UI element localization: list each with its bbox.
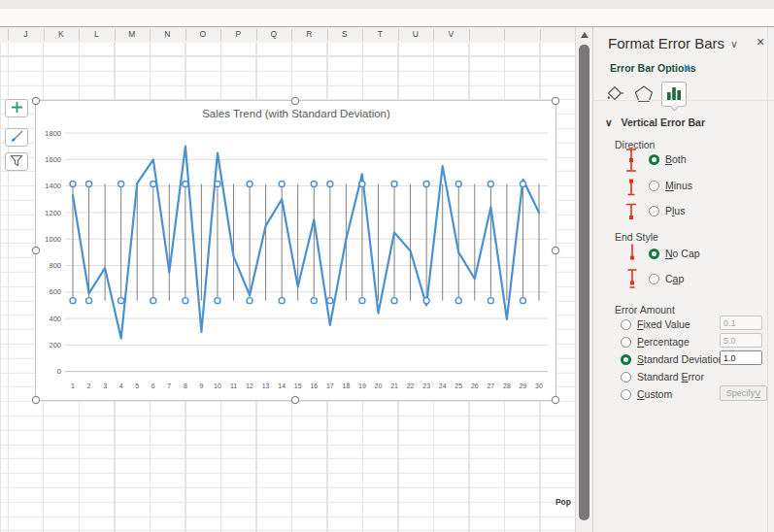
radio-option-percentage[interactable]: Percentage <box>621 336 690 348</box>
x-axis-tick-label: 5 <box>135 382 139 389</box>
column-header-P[interactable]: P <box>220 29 256 39</box>
grid-vertical-scrollbar[interactable] <box>575 27 592 532</box>
radio-selected[interactable] <box>621 354 631 365</box>
column-separator <box>469 29 470 41</box>
x-axis-tick-label: 11 <box>230 382 237 389</box>
error-bar-selection-handle[interactable] <box>488 182 493 187</box>
column-header-T[interactable]: T <box>362 29 398 39</box>
error-bar-selection-handle[interactable] <box>215 182 220 187</box>
pane-close-icon[interactable]: × <box>757 34 764 50</box>
error-bar-selection-handle[interactable] <box>118 182 124 187</box>
error-bar-selection-handle[interactable] <box>86 298 92 304</box>
error-bar-selection-handle[interactable] <box>327 182 333 187</box>
no-cap-icon <box>626 243 638 262</box>
disabled-value-input <box>720 316 762 330</box>
radio-option-standard-error[interactable]: Standard Error <box>621 371 704 382</box>
column-header-S[interactable]: S <box>327 29 363 39</box>
error-bar-selection-handle[interactable] <box>391 182 397 187</box>
radio-selected[interactable] <box>649 154 659 165</box>
column-header-U[interactable]: U <box>398 29 434 39</box>
error-bar-selection-handle[interactable] <box>359 298 365 304</box>
column-header-J[interactable]: J <box>8 29 44 39</box>
error-bar-selection-handle[interactable] <box>279 298 285 304</box>
column-header-L[interactable]: L <box>79 29 115 39</box>
radio-option-minus[interactable]: Minus <box>649 180 692 191</box>
chart-resize-handle[interactable] <box>291 97 298 104</box>
radio-unselected[interactable] <box>621 337 631 348</box>
radio-option-no-cap[interactable]: No Cap <box>649 248 700 259</box>
column-header-Q[interactable]: Q <box>256 29 292 39</box>
paint-bucket-icon <box>605 84 624 105</box>
error-bar-selection-handle[interactable] <box>70 298 76 304</box>
error-bar-selection-handle[interactable] <box>151 298 156 304</box>
error-bar-selection-handle[interactable] <box>86 182 92 187</box>
column-header-K[interactable]: K <box>44 29 80 39</box>
radio-option-plus[interactable]: Plus <box>649 205 685 216</box>
error-bar-selection-handle[interactable] <box>183 298 188 304</box>
radio-unselected[interactable] <box>649 206 659 216</box>
radio-unselected[interactable] <box>621 389 631 400</box>
radio-unselected[interactable] <box>621 372 631 382</box>
radio-unselected[interactable] <box>649 181 659 191</box>
error-bar-selection-handle[interactable] <box>423 298 429 304</box>
radio-label: Both <box>665 153 687 165</box>
error-bar-selection-handle[interactable] <box>311 298 317 304</box>
radio-unselected[interactable] <box>621 319 631 330</box>
error-bar-selection-handle[interactable] <box>118 298 124 304</box>
x-axis-tick-label: 29 <box>520 382 527 389</box>
chart-resize-handle[interactable] <box>32 396 39 403</box>
chart-resize-handle[interactable] <box>32 97 39 104</box>
column-header-N[interactable]: N <box>150 29 185 39</box>
radio-option-both[interactable]: Both <box>649 153 687 165</box>
radio-option-cap[interactable]: Cap <box>649 273 684 284</box>
vertical-error-bar-section-header[interactable]: ∨ Vertical Error Bar <box>605 116 705 128</box>
error-bar-selection-handle[interactable] <box>247 182 252 187</box>
chart-filters-button[interactable] <box>5 152 28 171</box>
error-bar-selection-handle[interactable] <box>520 298 525 304</box>
error-bar-selection-handle[interactable] <box>327 298 333 304</box>
scrollbar-thumb[interactable] <box>579 45 589 520</box>
chevron-down-icon[interactable]: ∨ <box>683 61 690 74</box>
error-bar-selection-handle[interactable] <box>183 182 188 187</box>
scroll-up-arrow-icon[interactable] <box>581 32 589 38</box>
chart-object[interactable]: 0200400600800100012001400160018001234567… <box>35 100 556 401</box>
error-bar-selection-handle[interactable] <box>455 182 461 187</box>
column-header-V[interactable]: V <box>433 29 469 39</box>
chart-styles-button[interactable] <box>5 128 28 147</box>
error-bar-selection-handle[interactable] <box>520 182 525 187</box>
effects-tab[interactable] <box>632 83 656 106</box>
error-bar-selection-handle[interactable] <box>215 298 220 304</box>
column-header-R[interactable]: R <box>291 29 327 39</box>
fill-line-tab[interactable] <box>603 83 626 106</box>
error-bar-selection-handle[interactable] <box>455 298 461 304</box>
standard-deviation-input[interactable] <box>720 350 762 365</box>
chart-resize-handle[interactable] <box>32 247 39 253</box>
chart-resize-handle[interactable] <box>552 97 558 104</box>
series-line[interactable] <box>73 147 539 339</box>
pane-separator <box>593 100 774 101</box>
error-bar-selection-handle[interactable] <box>151 182 156 187</box>
pane-collapse-chevron-icon[interactable]: ∨ <box>730 38 738 50</box>
radio-option-standard-deviation-s-[interactable]: Standard Deviation(s) <box>621 353 736 365</box>
chart-resize-handle[interactable] <box>552 247 558 253</box>
radio-selected[interactable] <box>649 249 659 259</box>
x-axis-tick-label: 21 <box>390 382 398 389</box>
error-bar-options-tab[interactable] <box>661 82 687 107</box>
chart-title[interactable]: Sales Trend (with Standard Deviation) <box>202 108 390 119</box>
radio-option-custom[interactable]: Custom <box>621 388 672 400</box>
error-bar-selection-handle[interactable] <box>391 298 397 304</box>
error-bar-selection-handle[interactable] <box>311 182 317 187</box>
radio-unselected[interactable] <box>649 274 659 284</box>
chart-resize-handle[interactable] <box>552 396 558 403</box>
column-header-M[interactable]: M <box>115 29 151 39</box>
chart-elements-button[interactable] <box>5 99 28 117</box>
error-bar-selection-handle[interactable] <box>247 298 252 304</box>
chart-resize-handle[interactable] <box>291 396 298 403</box>
error-bar-selection-handle[interactable] <box>279 182 285 187</box>
error-bar-selection-handle[interactable] <box>359 182 365 187</box>
error-bar-selection-handle[interactable] <box>423 182 429 187</box>
error-bar-selection-handle[interactable] <box>70 182 76 187</box>
column-header-O[interactable]: O <box>185 29 221 39</box>
error-bar-selection-handle[interactable] <box>488 298 493 304</box>
radio-option-fixed-value[interactable]: Fixed Value <box>621 318 690 330</box>
